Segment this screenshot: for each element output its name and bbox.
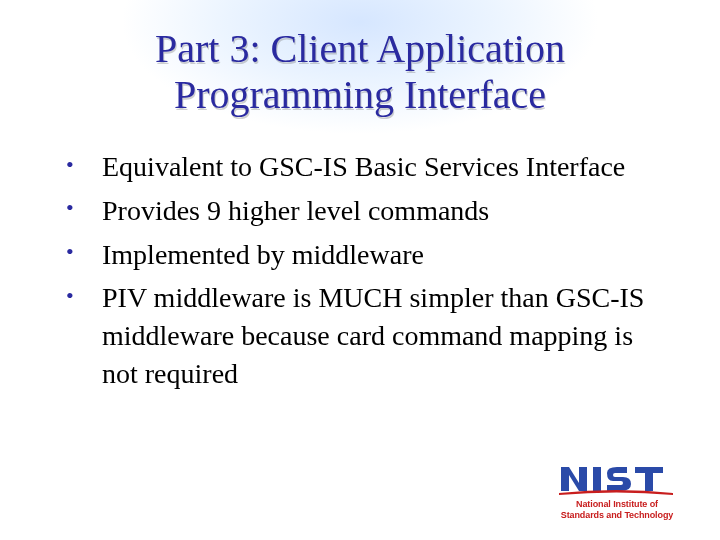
- title-main: Part 3: Client Application Programming I…: [0, 26, 720, 118]
- bullet-list: Equivalent to GSC-IS Basic Services Inte…: [60, 148, 670, 393]
- list-item: Provides 9 higher level commands: [60, 192, 670, 230]
- list-item: Equivalent to GSC-IS Basic Services Inte…: [60, 148, 670, 186]
- svg-rect-0: [593, 467, 601, 491]
- slide: Part 3: Client Application Programming I…: [0, 0, 720, 540]
- bullet-text: Equivalent to GSC-IS Basic Services Inte…: [102, 151, 625, 182]
- bullet-text: Provides 9 higher level commands: [102, 195, 489, 226]
- bullet-text: Implemented by middleware: [102, 239, 424, 270]
- bullet-text: PIV middleware is MUCH simpler than GSC-…: [102, 282, 644, 389]
- nist-logo-icon: [557, 461, 677, 497]
- slide-body: Equivalent to GSC-IS Basic Services Inte…: [0, 148, 720, 393]
- list-item: PIV middleware is MUCH simpler than GSC-…: [60, 279, 670, 392]
- list-item: Implemented by middleware: [60, 236, 670, 274]
- slide-title: Part 3: Client Application Programming I…: [0, 0, 720, 118]
- logo-tagline-1: National Institute of: [576, 499, 658, 509]
- nist-logo: National Institute of Standards and Tech…: [542, 461, 692, 520]
- title-line1: Part 3: Client Application: [155, 26, 565, 71]
- title-line2: Programming Interface: [174, 72, 546, 117]
- logo-tagline: National Institute of Standards and Tech…: [542, 499, 692, 520]
- logo-tagline-2: Standards and Technology: [561, 510, 673, 520]
